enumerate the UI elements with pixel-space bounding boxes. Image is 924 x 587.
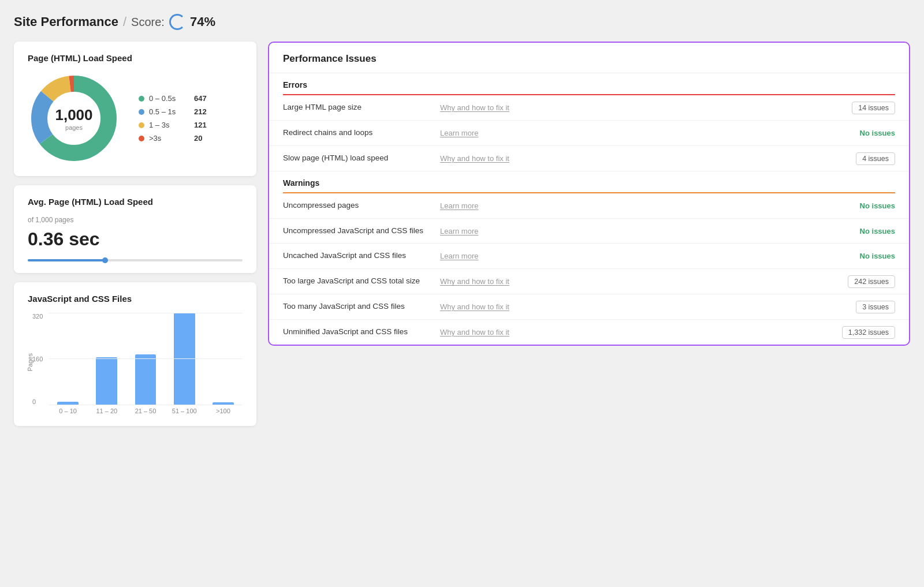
bar-21-50: [126, 313, 165, 405]
legend-dot: [139, 136, 144, 141]
page-header: Site Performance / Score: 74%: [14, 14, 910, 30]
issue-status-slow-html[interactable]: 4 issues: [856, 154, 895, 163]
donut-total: 1,000: [55, 106, 92, 124]
speed-bar: [28, 259, 243, 261]
page-title: Site Performance: [14, 14, 118, 29]
issue-unminified-js-css: Unminified JavaScript and CSS files Why …: [269, 320, 909, 345]
issue-name-uncompressed-js: Uncompressed JavaScript and CSS files: [283, 226, 433, 237]
issue-link-unminified[interactable]: Why and how to fix it: [440, 328, 532, 337]
bar-11-20: [87, 313, 126, 405]
issue-badge-too-many-js: 3 issues: [856, 301, 895, 313]
issue-link-large-js-size[interactable]: Why and how to fix it: [440, 277, 532, 286]
issue-link-uncompressed-js[interactable]: Learn more: [440, 227, 532, 235]
issue-status-large-html[interactable]: 14 issues: [852, 103, 895, 112]
x-label-11-20: 11 – 20: [87, 407, 126, 414]
issue-name-uncompressed-pages: Uncompressed pages: [283, 200, 433, 211]
donut-center: 1,000 pages: [55, 106, 92, 131]
score-circle-icon: [169, 14, 185, 30]
legend-item: >3s 20: [139, 134, 207, 143]
bar-chart-wrap: Pages 0 160 320: [28, 313, 243, 414]
legend-value: 647: [194, 94, 207, 103]
issue-link-uncached[interactable]: Learn more: [440, 252, 532, 260]
legend-item: 0.5 – 1s 212: [139, 107, 207, 116]
legend-label: 0 – 0.5s: [149, 94, 189, 103]
issue-badge-large-html: 14 issues: [852, 102, 895, 114]
issue-large-js-css-size: Too large JavaScript and CSS total size …: [269, 269, 909, 294]
issue-link-large-html[interactable]: Why and how to fix it: [440, 103, 532, 112]
issue-name-uncached: Uncached JavaScript and CSS files: [283, 250, 433, 261]
issue-status-large-js-size[interactable]: 242 issues: [848, 277, 895, 286]
issue-name-unminified: Unminified JavaScript and CSS files: [283, 327, 433, 338]
issue-status-too-many-js[interactable]: 3 issues: [856, 302, 895, 311]
issue-badge-large-js-size: 242 issues: [848, 275, 895, 288]
bar-100plus: [204, 313, 243, 405]
bar-51-100: [165, 313, 204, 405]
left-panel: Page (HTML) Load Speed 1,000 pages: [14, 42, 256, 426]
issue-uncompressed-pages: Uncompressed pages Learn more No issues: [269, 193, 909, 219]
issue-name-large-html: Large HTML page size: [283, 102, 433, 113]
issue-badge-slow-html: 4 issues: [856, 152, 895, 165]
main-layout: Page (HTML) Load Speed 1,000 pages: [14, 42, 910, 426]
legend-dot: [139, 109, 144, 115]
issue-name-too-many-js: Too many JavaScript and CSS files: [283, 301, 433, 312]
bar-0-10: [49, 313, 87, 405]
y-tick-160: 160: [32, 356, 43, 362]
js-css-title: JavaScript and CSS Files: [28, 294, 243, 304]
avg-subtitle: of 1,000 pages: [28, 216, 243, 224]
score-label: Score:: [131, 16, 165, 29]
issue-uncached-js-css: Uncached JavaScript and CSS files Learn …: [269, 244, 909, 269]
warnings-header: Warnings: [269, 171, 909, 192]
x-label-51-100: 51 – 100: [165, 407, 204, 414]
issue-name-large-js-size: Too large JavaScript and CSS total size: [283, 276, 433, 287]
speed-dot: [102, 257, 108, 263]
legend-value: 20: [194, 134, 202, 143]
legend-label: 0.5 – 1s: [149, 107, 189, 116]
donut-area: 1,000 pages 0 – 0.5s 647 0.5 – 1s 212 1 …: [28, 72, 243, 164]
errors-header: Errors: [269, 73, 909, 94]
issue-redirect-chains: Redirect chains and loops Learn more No …: [269, 121, 909, 146]
issue-link-uncompressed-pages[interactable]: Learn more: [440, 201, 532, 210]
donut-label: pages: [55, 124, 92, 131]
performance-issues-panel: Performance Issues Errors Large HTML pag…: [268, 42, 910, 346]
y-tick-320: 320: [32, 313, 43, 320]
legend-value: 121: [194, 121, 207, 129]
legend-item: 0 – 0.5s 647: [139, 94, 207, 103]
header-separator: /: [123, 14, 126, 29]
avg-speed-title: Avg. Page (HTML) Load Speed: [28, 197, 243, 207]
legend-item: 1 – 3s 121: [139, 121, 207, 129]
donut-chart: 1,000 pages: [28, 72, 120, 164]
issue-status-uncached: No issues: [860, 252, 895, 260]
issue-name-redirect: Redirect chains and loops: [283, 128, 433, 139]
issue-too-many-js-css: Too many JavaScript and CSS files Why an…: [269, 294, 909, 320]
score-value: 74%: [190, 14, 215, 29]
legend-label: >3s: [149, 134, 189, 143]
x-label-100plus: >100: [204, 407, 243, 414]
legend-dot: [139, 122, 144, 128]
speed-bar-fill: [28, 259, 105, 261]
issue-badge-unminified: 1,332 issues: [842, 326, 895, 339]
issue-link-too-many-js[interactable]: Why and how to fix it: [440, 302, 532, 311]
donut-legend: 0 – 0.5s 647 0.5 – 1s 212 1 – 3s 121 >3s…: [139, 94, 207, 143]
issue-slow-html: Slow page (HTML) load speed Why and how …: [269, 146, 909, 171]
perf-issues-title: Performance Issues: [283, 53, 895, 65]
y-tick-0: 0: [32, 398, 43, 405]
legend-label: 1 – 3s: [149, 121, 189, 129]
avg-speed-card: Avg. Page (HTML) Load Speed of 1,000 pag…: [14, 185, 256, 273]
issue-link-slow-html[interactable]: Why and how to fix it: [440, 154, 532, 163]
issue-large-html: Large HTML page size Why and how to fix …: [269, 95, 909, 121]
issue-name-slow-html: Slow page (HTML) load speed: [283, 153, 433, 164]
load-speed-title: Page (HTML) Load Speed: [28, 53, 243, 63]
issue-status-uncompressed-pages: No issues: [860, 201, 895, 210]
perf-header: Performance Issues: [269, 43, 909, 73]
x-label-0-10: 0 – 10: [49, 407, 87, 414]
issue-status-unminified[interactable]: 1,332 issues: [842, 328, 895, 337]
avg-value: 0.36 sec: [28, 229, 243, 250]
issue-uncompressed-js-css: Uncompressed JavaScript and CSS files Le…: [269, 219, 909, 244]
load-speed-card: Page (HTML) Load Speed 1,000 pages: [14, 42, 256, 176]
issue-link-redirect[interactable]: Learn more: [440, 129, 532, 137]
js-css-card: JavaScript and CSS Files Pages 0 160 320: [14, 282, 256, 426]
x-label-21-50: 21 – 50: [126, 407, 165, 414]
issue-status-redirect: No issues: [860, 129, 895, 137]
issue-status-uncompressed-js: No issues: [860, 227, 895, 235]
legend-value: 212: [194, 107, 207, 116]
